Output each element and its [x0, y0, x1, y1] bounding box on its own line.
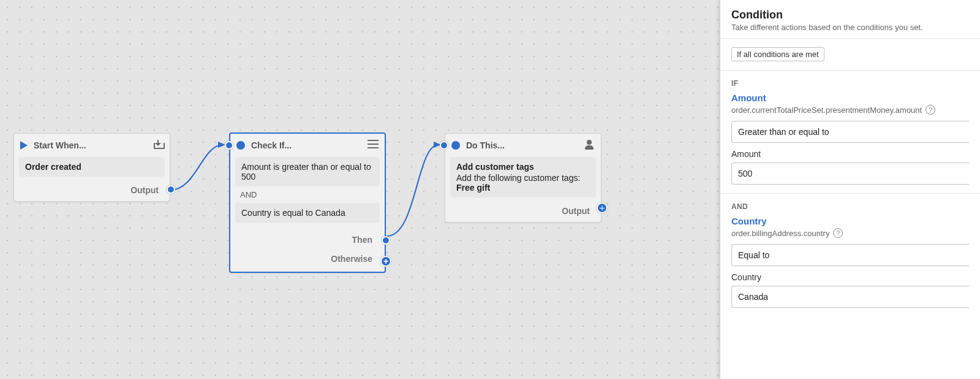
port-start-output[interactable]	[167, 185, 175, 194]
cond2-field-path: order.billingAddress.country ?	[731, 228, 969, 238]
cond1-value-label: Amount	[731, 149, 969, 159]
port-action-output-add[interactable]: +	[597, 202, 608, 213]
output-label: Output	[130, 185, 159, 195]
checklist-icon	[368, 140, 379, 151]
node-start-header: Start When...	[14, 134, 170, 157]
person-icon	[584, 139, 595, 152]
action-block[interactable]: Add customer tags Add the following cust…	[450, 157, 596, 197]
play-icon	[20, 141, 28, 150]
trigger-pill[interactable]: Order created	[19, 157, 165, 177]
cond2-value-label: Country	[731, 272, 969, 282]
cond2-operator-select[interactable]	[731, 244, 969, 266]
then-row: Then	[230, 230, 385, 251]
otherwise-row: Otherwise +	[230, 251, 385, 272]
node-start-footer: Output	[14, 182, 170, 201]
import-icon[interactable]	[153, 139, 164, 152]
port-otherwise-add[interactable]: +	[380, 256, 391, 267]
help-icon[interactable]: ?	[833, 228, 843, 238]
port-action-in[interactable]	[440, 141, 448, 150]
node-start[interactable]: Start When... Order created Output	[13, 133, 170, 202]
and-section-label: AND	[720, 194, 980, 216]
node-action-footer: Output	[445, 202, 601, 222]
otherwise-label: Otherwise	[331, 254, 372, 264]
sidebar-title: Condition	[731, 9, 969, 21]
action-name: Add customer tags	[456, 162, 590, 172]
dot-icon	[451, 141, 460, 150]
port-condition-in[interactable]	[225, 141, 233, 150]
node-condition-title: Check If...	[251, 140, 368, 150]
action-desc: Add the following customer tags:	[456, 173, 590, 183]
node-action[interactable]: Do This... Add customer tags Add the fol…	[445, 133, 601, 223]
condition-rule-2[interactable]: Country is equal to Canada	[235, 203, 380, 223]
node-action-title: Do This...	[466, 140, 584, 150]
node-action-header: Do This...	[445, 134, 601, 157]
cond1-field-link[interactable]: Amount	[731, 93, 766, 103]
action-tag: Free gift	[456, 183, 590, 193]
workflow-canvas[interactable]: Start When... Order created Output Check…	[0, 0, 720, 379]
sidebar-header: Condition Take different actions based o…	[720, 0, 980, 39]
port-then[interactable]	[382, 236, 390, 245]
cond2-field-link[interactable]: Country	[731, 216, 767, 226]
node-start-title: Start When...	[34, 140, 153, 150]
cond1-value-input[interactable]	[731, 163, 969, 185]
help-icon[interactable]: ?	[925, 105, 935, 115]
diamond-icon	[236, 141, 245, 150]
condition-rule-1[interactable]: Amount is greater than or equal to 500	[235, 157, 380, 186]
cond1-field-path: order.currentTotalPriceSet.presentmentMo…	[731, 105, 969, 115]
cond2-value-input[interactable]	[731, 286, 969, 308]
condition-join: AND	[235, 189, 380, 203]
cond1-operator-select[interactable]	[731, 121, 969, 143]
sidebar-subtitle: Take different actions based on the cond…	[731, 23, 969, 32]
match-mode-chip[interactable]: If all conditions are met	[731, 47, 824, 61]
condition-sidebar: Condition Take different actions based o…	[720, 0, 980, 379]
output-label: Output	[562, 206, 590, 216]
node-condition-header: Check If...	[230, 134, 385, 157]
node-condition[interactable]: Check If... Amount is greater than or eq…	[229, 132, 386, 273]
if-section-label: IF	[720, 71, 980, 93]
then-label: Then	[352, 235, 372, 245]
